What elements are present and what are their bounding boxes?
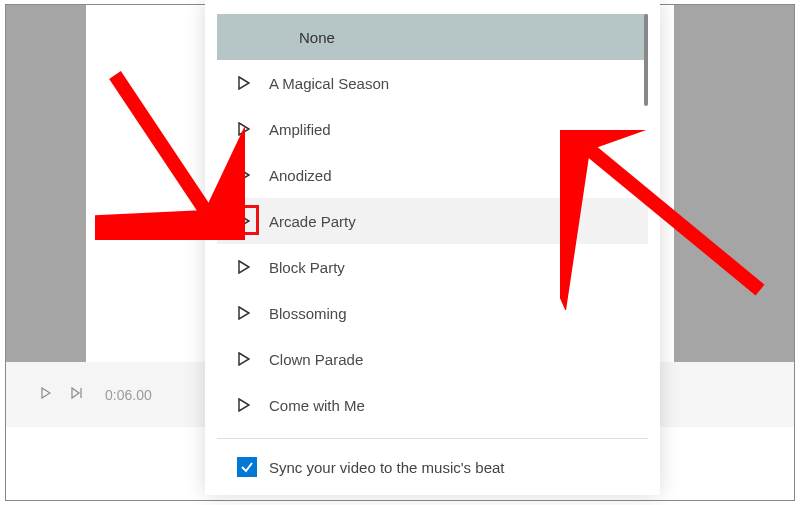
music-item[interactable]: Block Party (217, 244, 648, 290)
music-item[interactable]: Anodized (217, 152, 648, 198)
music-picker-panel: NoneA Magical SeasonAmplifiedAnodizedArc… (205, 0, 660, 495)
music-item-label: Block Party (269, 259, 345, 276)
sync-checkbox[interactable] (237, 457, 257, 477)
music-item[interactable]: Blossoming (217, 290, 648, 336)
play-preview-icon[interactable] (237, 76, 251, 90)
play-preview-icon[interactable] (237, 398, 251, 412)
play-preview-icon[interactable] (237, 352, 251, 366)
play-preview-icon[interactable] (237, 214, 251, 228)
music-item[interactable]: Amplified (217, 106, 648, 152)
music-item-label: Anodized (269, 167, 332, 184)
music-footer: Sync your video to the music's beat (217, 438, 648, 477)
music-item-label: Amplified (269, 121, 331, 138)
sync-label: Sync your video to the music's beat (269, 459, 504, 476)
music-item-label: Come with Me (269, 397, 365, 414)
music-item[interactable]: None (217, 14, 648, 60)
music-item-label: Arcade Party (269, 213, 356, 230)
music-item[interactable]: A Magical Season (217, 60, 648, 106)
preview-panel-left (6, 5, 86, 362)
preview-panel-right (674, 5, 794, 362)
music-item[interactable]: Come with Me (217, 382, 648, 428)
music-item[interactable]: Arcade Party (217, 198, 648, 244)
step-forward-icon[interactable] (71, 387, 85, 402)
play-preview-icon[interactable] (237, 260, 251, 274)
play-preview-icon[interactable] (237, 168, 251, 182)
play-preview-icon[interactable] (237, 306, 251, 320)
music-item-label: Clown Parade (269, 351, 363, 368)
timeline-time: 0:06.00 (105, 387, 152, 403)
play-icon[interactable] (41, 387, 51, 402)
scrollbar-thumb[interactable] (644, 14, 648, 106)
play-preview-icon[interactable] (237, 122, 251, 136)
scrollbar[interactable] (644, 14, 648, 415)
music-item-label: None (299, 29, 335, 46)
music-item[interactable]: Clown Parade (217, 336, 648, 382)
music-list: NoneA Magical SeasonAmplifiedAnodizedArc… (217, 14, 648, 415)
music-item-label: Blossoming (269, 305, 347, 322)
music-item-label: A Magical Season (269, 75, 389, 92)
